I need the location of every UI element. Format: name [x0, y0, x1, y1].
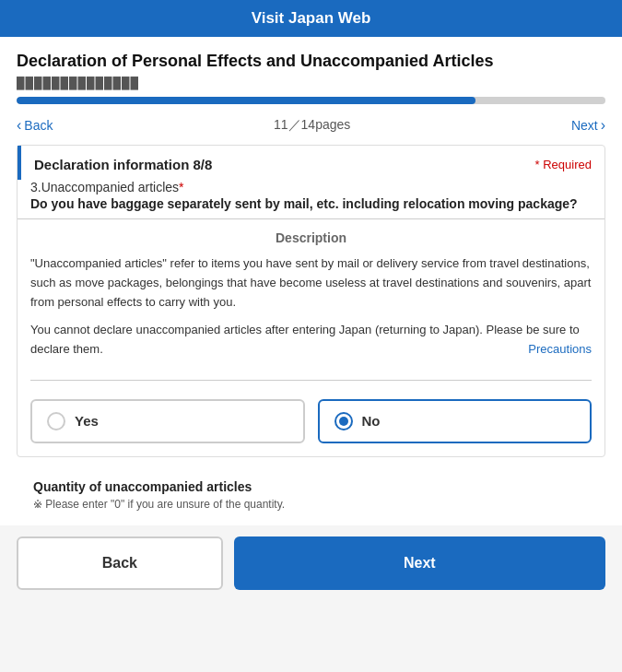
section-title: Declaration information 8/8 [34, 157, 212, 172]
description-box: Description "Unaccompanied articles" ref… [18, 218, 604, 371]
progress-bar-container [17, 97, 605, 104]
app-title: Visit Japan Web [252, 9, 371, 27]
question-number-text: 3.Unaccompanied articles [30, 180, 179, 195]
required-star: * [179, 180, 183, 195]
precautions-link[interactable]: Precautions [528, 340, 592, 360]
nav-row: Back 11／14pages Next [17, 113, 605, 145]
app-header: Visit Japan Web [0, 0, 622, 37]
question-text: Do you have baggage separately sent by m… [30, 196, 592, 211]
section-header: Declaration information 8/8 * Required [18, 146, 604, 180]
radio-option-yes[interactable]: Yes [30, 399, 305, 443]
radio-yes-label: Yes [75, 413, 99, 429]
question-number: 3.Unaccompanied articles* [30, 180, 592, 195]
nav-next-link[interactable]: Next [571, 117, 605, 134]
radio-option-no[interactable]: No [318, 399, 593, 443]
quantity-hint: ※ Please enter "0" if you are unsure of … [33, 498, 589, 511]
chevron-right-icon [601, 117, 605, 134]
nav-next-label: Next [571, 118, 598, 133]
radio-no-label: No [362, 413, 381, 429]
main-content: Declaration of Personal Effects and Unac… [0, 37, 622, 525]
divider [30, 380, 592, 381]
nav-back-link[interactable]: Back [17, 117, 53, 134]
back-button[interactable]: Back [17, 536, 223, 590]
description-title: Description [30, 230, 592, 245]
page-title: Declaration of Personal Effects and Unac… [17, 52, 605, 71]
bottom-nav: Back Next [0, 525, 622, 605]
progress-bar-fill [17, 97, 475, 104]
nav-back-label: Back [24, 118, 53, 133]
quantity-section: Quantity of unaccompanied articles ※ Ple… [17, 470, 605, 525]
radio-circle-yes [47, 412, 65, 430]
user-id: ██████████████ [17, 77, 605, 89]
radio-circle-no [334, 412, 353, 430]
required-label: * Required [535, 158, 592, 171]
section-card: Declaration information 8/8 * Required 3… [17, 145, 605, 457]
precautions-row: You cannot declare unaccompanied article… [30, 321, 592, 360]
nav-page-info: 11／14pages [274, 117, 350, 134]
description-paragraph2: You cannot declare unaccompanied article… [30, 323, 580, 356]
radio-options: Yes No [18, 390, 604, 456]
chevron-left-icon [17, 117, 21, 134]
quantity-title: Quantity of unaccompanied articles [33, 479, 589, 494]
next-button[interactable]: Next [234, 536, 605, 590]
description-paragraph1: "Unaccompanied articles" refer to items … [30, 254, 592, 312]
question-block: 3.Unaccompanied articles* Do you have ba… [18, 180, 604, 218]
